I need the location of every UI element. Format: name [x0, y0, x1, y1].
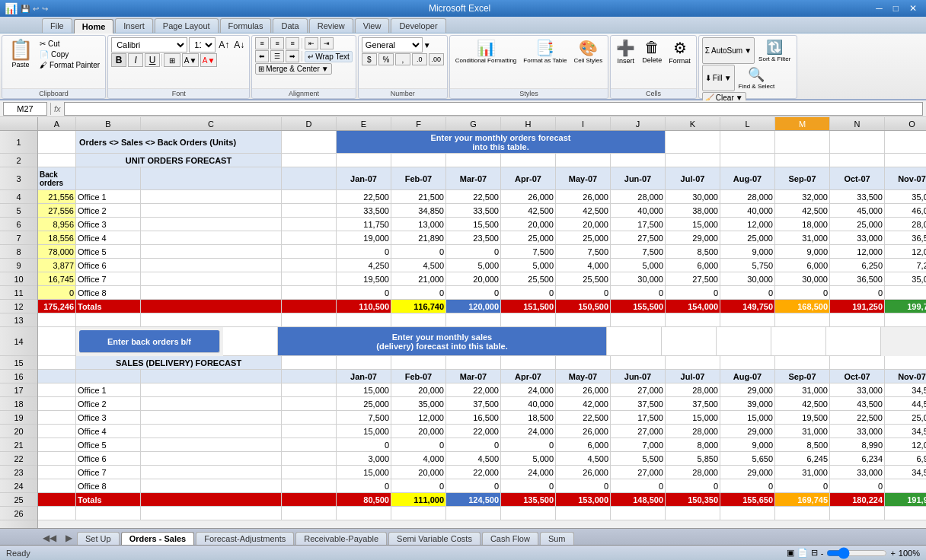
- align-top-left-btn[interactable]: ≡: [255, 37, 269, 49]
- cell[interactable]: 6,250: [830, 259, 885, 272]
- cell[interactable]: [391, 507, 446, 520]
- cell[interactable]: 0: [337, 286, 391, 300]
- cell[interactable]: 0: [337, 438, 391, 452]
- cell[interactable]: 30,000: [775, 272, 830, 286]
- currency-btn[interactable]: $: [362, 53, 377, 65]
- cell[interactable]: [76, 507, 141, 520]
- percent-btn[interactable]: %: [378, 53, 394, 65]
- col-header-16-1[interactable]: [76, 370, 141, 383]
- cell[interactable]: [38, 383, 76, 397]
- maximize-btn[interactable]: □: [889, 3, 903, 14]
- normal-view-btn[interactable]: ▣: [787, 548, 794, 558]
- cell[interactable]: 0: [337, 479, 391, 493]
- cell[interactable]: 18,000: [775, 218, 830, 231]
- col-header-O[interactable]: O: [885, 117, 926, 130]
- row-header-18[interactable]: 18: [0, 397, 37, 411]
- cell[interactable]: 21,556: [38, 190, 76, 204]
- row-header-4[interactable]: 4: [0, 190, 37, 204]
- tab-view[interactable]: View: [355, 18, 390, 33]
- cell[interactable]: 42,000: [556, 397, 611, 411]
- cell-total[interactable]: Totals: [76, 493, 141, 507]
- col-header-16-5[interactable]: Feb-07: [391, 370, 446, 383]
- cell[interactable]: [720, 313, 775, 327]
- col-header-G[interactable]: G: [446, 117, 501, 130]
- cell[interactable]: 33,500: [337, 204, 391, 218]
- cell-reference-box[interactable]: [3, 102, 47, 116]
- cell[interactable]: 15,000: [666, 218, 720, 231]
- sort-filter-button[interactable]: 🔃 Sort & Filter: [756, 37, 793, 64]
- cell[interactable]: 34,500: [885, 466, 926, 479]
- cell-K1[interactable]: [666, 131, 720, 154]
- cell[interactable]: 19,000: [337, 231, 391, 245]
- cell[interactable]: 40,000: [720, 204, 775, 218]
- cell[interactable]: 19,500: [775, 411, 830, 425]
- row-header-13[interactable]: 13: [0, 313, 37, 327]
- format-as-table-button[interactable]: 📑 Format as Table: [521, 37, 569, 65]
- cell[interactable]: 8,990: [830, 438, 885, 452]
- col-header-D[interactable]: D: [282, 117, 337, 130]
- font-size-selector[interactable]: 11: [189, 37, 216, 52]
- cell-empty[interactable]: [391, 356, 446, 370]
- cell-empty[interactable]: [666, 356, 720, 370]
- cell-empty[interactable]: [717, 327, 771, 356]
- cell[interactable]: [141, 190, 282, 204]
- paste-button[interactable]: 📋 Paste: [5, 37, 36, 70]
- row-header-5[interactable]: 5: [0, 204, 37, 218]
- cell[interactable]: [38, 425, 76, 438]
- cell[interactable]: 149,750: [720, 300, 775, 313]
- cell-empty[interactable]: [720, 356, 775, 370]
- cell[interactable]: 5,850: [666, 452, 720, 466]
- cell[interactable]: 116,740: [391, 300, 446, 313]
- cell[interactable]: [282, 245, 337, 259]
- cell-B3[interactable]: [76, 167, 141, 190]
- formula-input[interactable]: [64, 102, 923, 116]
- sheet-tab-setup[interactable]: Set Up: [77, 532, 120, 545]
- cell[interactable]: 15,000: [666, 411, 720, 425]
- row-header-12[interactable]: 12: [0, 300, 37, 313]
- row-header-11[interactable]: 11: [0, 286, 37, 300]
- cell-total[interactable]: 180,224: [830, 493, 885, 507]
- cell[interactable]: 26,000: [556, 466, 611, 479]
- cell-E3[interactable]: Jan-07: [337, 167, 391, 190]
- cell-M1[interactable]: [775, 131, 830, 154]
- tab-home[interactable]: Home: [74, 19, 114, 33]
- font-color-button[interactable]: A▼: [200, 53, 217, 67]
- cell[interactable]: 3,877: [38, 259, 76, 272]
- cell[interactable]: [38, 438, 76, 452]
- cell[interactable]: 29,000: [720, 466, 775, 479]
- cell[interactable]: [282, 286, 337, 300]
- cell-L1[interactable]: [720, 131, 775, 154]
- cell[interactable]: 22,500: [556, 411, 611, 425]
- cell[interactable]: 46,000: [885, 204, 926, 218]
- cell[interactable]: 0: [501, 438, 556, 452]
- col-header-16-0[interactable]: [38, 370, 76, 383]
- cell[interactable]: 27,556: [38, 204, 76, 218]
- cell[interactable]: [282, 300, 337, 313]
- row-header-3[interactable]: 3: [0, 167, 37, 190]
- cell-A2[interactable]: [38, 154, 76, 167]
- merge-dropdown[interactable]: ▼: [321, 65, 329, 73]
- cell-empty[interactable]: [337, 356, 391, 370]
- cell[interactable]: 11,750: [337, 218, 391, 231]
- cell[interactable]: 15,000: [337, 383, 391, 397]
- cell[interactable]: 9,000: [720, 245, 775, 259]
- cell[interactable]: [666, 507, 720, 520]
- cell[interactable]: 40,000: [611, 204, 666, 218]
- cell[interactable]: 4,000: [391, 452, 446, 466]
- cell[interactable]: [141, 245, 282, 259]
- cell[interactable]: Office 7: [76, 272, 141, 286]
- cell[interactable]: 20,000: [501, 218, 556, 231]
- col-header-K[interactable]: K: [666, 117, 720, 130]
- tab-formulas[interactable]: Formulas: [220, 18, 272, 33]
- cell[interactable]: 0: [446, 286, 501, 300]
- cell[interactable]: 19,500: [337, 272, 391, 286]
- cell[interactable]: [337, 313, 391, 327]
- cell[interactable]: 8,000: [666, 438, 720, 452]
- cell[interactable]: 7,500: [501, 245, 556, 259]
- italic-button[interactable]: I: [128, 53, 143, 67]
- cell[interactable]: [141, 438, 282, 452]
- cell[interactable]: 22,500: [337, 190, 391, 204]
- cell[interactable]: 37,500: [666, 397, 720, 411]
- quick-save[interactable]: 💾: [21, 5, 30, 13]
- col-header-16-2[interactable]: [141, 370, 282, 383]
